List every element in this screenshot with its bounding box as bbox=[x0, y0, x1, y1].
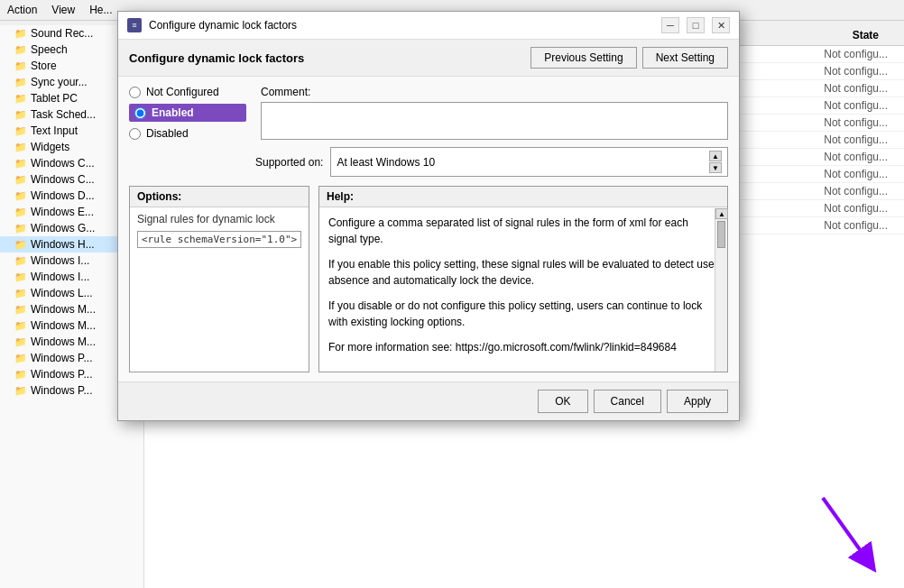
signal-rule-label: Signal rules for dynamic lock bbox=[137, 213, 301, 225]
previous-setting-button[interactable]: Previous Setting bbox=[530, 47, 636, 69]
cancel-button[interactable]: Cancel bbox=[594, 390, 661, 413]
disabled-label: Disabled bbox=[146, 127, 189, 140]
scroll-down-arrow[interactable]: ▼ bbox=[709, 162, 722, 173]
dialog-titlebar: ≡ Configure dynamic lock factors ─ □ ✕ bbox=[118, 12, 739, 40]
enabled-option[interactable]: Enabled bbox=[129, 104, 246, 122]
radio-group: Not Configured Enabled Disabled bbox=[129, 86, 246, 140]
enabled-label: Enabled bbox=[152, 106, 194, 119]
comment-area: Comment: bbox=[261, 86, 728, 140]
not-configured-option[interactable]: Not Configured bbox=[129, 86, 246, 98]
supported-value: At least Windows 10 bbox=[337, 156, 435, 169]
help-scroll-thumb[interactable] bbox=[717, 221, 725, 248]
enabled-radio[interactable] bbox=[134, 107, 146, 119]
close-button[interactable]: ✕ bbox=[712, 17, 730, 33]
signal-rule-input[interactable] bbox=[137, 231, 301, 248]
supported-section: Supported on: At least Windows 10 ▲ ▼ bbox=[255, 147, 728, 177]
supported-value-box: At least Windows 10 ▲ ▼ bbox=[330, 147, 728, 177]
comment-textarea[interactable] bbox=[261, 102, 728, 140]
help-paragraph-2: If you enable this policy setting, these… bbox=[328, 256, 718, 289]
help-paragraph-1: Configure a comma separated list of sign… bbox=[328, 215, 718, 247]
apply-button[interactable]: Apply bbox=[667, 390, 728, 413]
help-paragraph-4: For more information see: https://go.mic… bbox=[328, 339, 718, 355]
options-panel: Options: Signal rules for dynamic lock bbox=[129, 186, 309, 372]
dialog-icon: ≡ bbox=[127, 18, 142, 32]
disabled-radio[interactable] bbox=[129, 128, 141, 140]
dialog-nav-buttons: Previous Setting Next Setting bbox=[530, 47, 728, 69]
help-scroll-up[interactable]: ▲ bbox=[715, 208, 728, 219]
scroll-up-arrow[interactable]: ▲ bbox=[709, 151, 722, 161]
panels-section: Options: Signal rules for dynamic lock H… bbox=[129, 186, 728, 372]
help-panel: Help: Configure a comma separated list o… bbox=[318, 186, 728, 372]
modal-overlay: ≡ Configure dynamic lock factors ─ □ ✕ C… bbox=[0, 0, 904, 588]
not-configured-label: Not Configured bbox=[146, 86, 219, 98]
maximize-button[interactable]: □ bbox=[687, 17, 705, 33]
supported-scrollbar: ▲ ▼ bbox=[709, 151, 722, 173]
options-header: Options: bbox=[130, 187, 309, 207]
minimize-button[interactable]: ─ bbox=[661, 17, 679, 33]
ok-button[interactable]: OK bbox=[538, 390, 587, 413]
supported-label: Supported on: bbox=[255, 156, 323, 169]
dialog-title: Configure dynamic lock factors bbox=[149, 19, 654, 32]
help-header: Help: bbox=[319, 187, 727, 207]
disabled-option[interactable]: Disabled bbox=[129, 127, 246, 140]
help-paragraph-3: If you disable or do not configure this … bbox=[328, 298, 718, 330]
arrow-annotation bbox=[796, 480, 904, 588]
configure-dynamic-lock-dialog: ≡ Configure dynamic lock factors ─ □ ✕ C… bbox=[117, 11, 740, 421]
not-configured-radio[interactable] bbox=[129, 87, 141, 98]
dialog-body: Not Configured Enabled Disabled Comment: bbox=[118, 77, 739, 381]
dialog-header: Configure dynamic lock factors Previous … bbox=[118, 40, 739, 77]
next-setting-button[interactable]: Next Setting bbox=[642, 47, 728, 69]
comment-label: Comment: bbox=[261, 86, 728, 98]
options-body: Signal rules for dynamic lock bbox=[130, 207, 309, 372]
help-scrollbar[interactable]: ▲ bbox=[715, 208, 727, 372]
dialog-footer: OK Cancel Apply bbox=[118, 381, 739, 420]
dialog-header-title: Configure dynamic lock factors bbox=[129, 51, 304, 65]
svg-line-0 bbox=[823, 498, 868, 561]
config-section: Not Configured Enabled Disabled Comment: bbox=[129, 86, 728, 140]
help-body: Configure a comma separated list of sign… bbox=[319, 207, 727, 372]
